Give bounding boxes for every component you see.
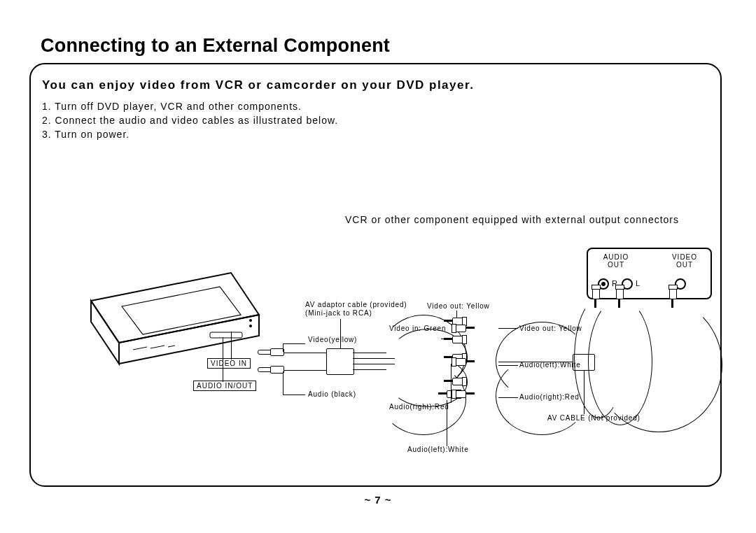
step-2: 2. Connect the audio and video cables as… [42,113,338,127]
label-video-yellow: Video(yellow) [308,336,357,344]
svg-point-9 [249,319,252,322]
label-video-out-yellow-a: Video out: Yellow [427,302,490,311]
audio-inout-port-label: AUDIO IN/OUT [193,381,256,391]
label-audio-right-red-a: Audio(right):Red [389,403,449,411]
label-audio-left-white-b: Audio(left):White [519,361,581,369]
page-number: ~ 7 ~ [0,494,756,506]
minijack-video-icon [258,351,281,352]
svg-line-5 [133,347,147,350]
svg-line-7 [168,346,175,347]
video-out-label: VIDEO OUT [664,253,706,269]
label-video-out-yellow-b: Video out: Yellow [519,325,582,333]
external-component-panel: AUDIO OUT VIDEO OUT R L [587,248,712,299]
label-video-in-green: Video in: Green [389,325,446,333]
label-audio-left-white-a: Audio(left):White [407,446,469,454]
step-list: 1. Turn off DVD player, VCR and other co… [42,99,338,141]
manual-page: Connecting to an External Component You … [0,0,756,533]
svg-point-8 [249,325,252,327]
step-1: 1. Turn off DVD player, VCR and other co… [42,99,338,113]
audio-out-label: AUDIO OUT [595,253,637,269]
l-label: L [636,279,640,287]
svg-line-6 [150,346,164,348]
video-in-port-label: VIDEO IN [207,358,251,369]
label-audio-black: Audio (black) [308,390,356,399]
svg-rect-4 [210,332,242,338]
intro-text: You can enjoy video from VCR or camcorde… [42,78,474,92]
minijack-audio-icon [258,369,281,369]
svg-marker-2 [91,301,119,364]
label-av-adaptor: AV adaptor cable (provided) (Mini-jack t… [305,301,407,318]
label-av-cable-not-provided: AV CABLE (Not provided) [547,414,640,422]
page-title: Connecting to an External Component [41,35,390,57]
svg-marker-3 [122,287,241,334]
adaptor-hub-icon [326,348,354,375]
step-3: 3. Turn on power. [42,127,338,141]
svg-marker-1 [119,315,259,364]
label-audio-right-red-b: Audio(right):Red [519,393,580,401]
vcr-caption: VCR or other component equipped with ext… [345,214,679,225]
